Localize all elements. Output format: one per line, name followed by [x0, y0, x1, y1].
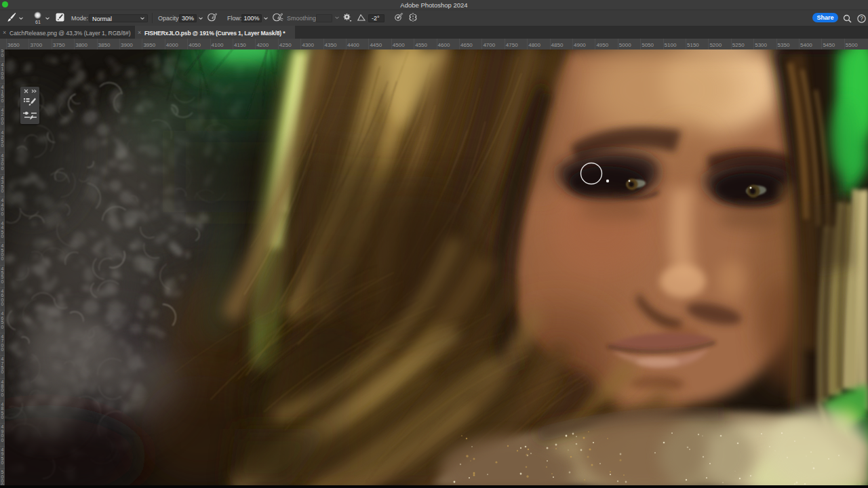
svg-text:?: ?: [860, 15, 863, 22]
